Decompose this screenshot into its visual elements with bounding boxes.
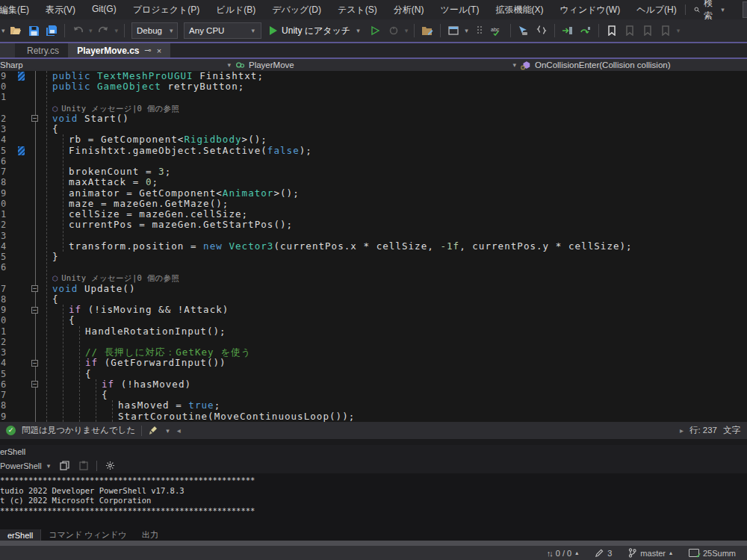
code-editor[interactable]: 9public TextMeshProUGUI Finishtxt;0publi… <box>0 71 747 422</box>
sync-status[interactable]: ↑↓ 0 / 0 ▴ <box>547 549 578 558</box>
code-line[interactable]: 8maxAttack = 0; <box>0 177 747 187</box>
step-into-button[interactable] <box>560 22 576 39</box>
code-line[interactable]: 3{ <box>0 124 747 134</box>
code-line[interactable]: 0public GameObject retryButton; <box>0 81 747 92</box>
shell-selector[interactable]: PowerShell ▾ <box>0 461 52 470</box>
code-line[interactable]: 9StartCoroutine(MoveContinuousLoop()); <box>0 411 747 422</box>
hot-reload-button[interactable] <box>385 22 402 39</box>
panel-tab[interactable]: コマンド ウィンドウ <box>41 529 134 541</box>
code-line[interactable]: 5} <box>0 252 747 262</box>
terminal-output[interactable]: ****************************************… <box>0 473 747 529</box>
document-tab[interactable]: PlayerMove.cs⊸× <box>68 43 170 57</box>
code-line[interactable]: 0{ <box>0 315 747 326</box>
panel-tab[interactable]: erShell <box>0 529 41 541</box>
code-line[interactable]: 1 <box>0 92 747 102</box>
code-line[interactable]: 0maze = mazeGen.GetMaze(); <box>0 199 747 209</box>
fold-toggle[interactable]: – <box>31 381 38 388</box>
menu-item[interactable]: プロジェクト(P) <box>125 0 208 20</box>
code-line[interactable]: 8hasMoved = true; <box>0 400 747 411</box>
menu-item[interactable]: ツール(T) <box>433 0 488 20</box>
pending-edits[interactable]: 3 <box>595 549 612 558</box>
save-button[interactable] <box>25 22 42 39</box>
code-line[interactable]: 4–if (GetForwardInput()) <box>0 358 747 368</box>
code-line[interactable]: 7brokenCount = 3; <box>0 167 747 177</box>
project-dropdown[interactable]: Sharp ▾ <box>0 59 235 71</box>
paste-button[interactable] <box>77 460 90 472</box>
new-item-dropdown[interactable]: ▾ <box>0 27 6 34</box>
prev-bookmark-button[interactable] <box>622 22 638 39</box>
code-line[interactable]: 9animator = GetComponent<Animator>(); <box>0 188 747 199</box>
fold-toggle[interactable]: – <box>31 115 38 122</box>
code-line[interactable]: 4rb = GetComponent<Rigidbody>(); <box>0 134 747 145</box>
whitespace-toggle-button[interactable] <box>471 22 488 39</box>
code-line[interactable]: 2 <box>0 337 747 347</box>
code-line[interactable]: 8{ <box>0 294 747 305</box>
hot-reload-dropdown[interactable]: ▾ <box>403 27 410 34</box>
window-layout-dropdown[interactable]: ▾ <box>463 27 470 34</box>
save-all-button[interactable] <box>43 22 60 39</box>
pin-icon[interactable]: ⊸ <box>145 46 152 55</box>
terminal-settings-button[interactable] <box>103 460 117 472</box>
code-line[interactable]: 5{ <box>0 369 747 379</box>
bookmark-dropdown[interactable]: ▾ <box>675 27 682 34</box>
code-line[interactable]: 3 <box>0 231 747 241</box>
code-line[interactable]: 3// 長押しに対応：GetKey を使う <box>0 347 747 358</box>
fold-toggle[interactable]: – <box>31 285 38 292</box>
code-line[interactable]: 9public TextMeshProUGUI Finishtxt; <box>0 71 747 81</box>
configuration-dropdown[interactable]: Debug▾ <box>131 22 178 39</box>
code-line[interactable]: 1HandleRotationInput(); <box>0 326 747 337</box>
find-in-files-button[interactable] <box>419 22 436 39</box>
undo-button[interactable] <box>69 22 86 39</box>
type-dropdown[interactable]: PlayerMove ▾ <box>235 59 521 71</box>
code-line[interactable]: 6–if (!hasMoved) <box>0 379 747 390</box>
menu-item[interactable]: テスト(S) <box>329 0 385 20</box>
solution-badge[interactable]: 25Summer_Unity <box>743 1 747 18</box>
code-line[interactable]: 5Finishtxt.gameObject.SetActive(false); <box>0 146 747 156</box>
spell-check-button[interactable]: abc <box>489 22 506 39</box>
start-without-debugging-button[interactable] <box>368 22 384 39</box>
menu-item[interactable]: 分析(N) <box>385 0 433 20</box>
platform-dropdown[interactable]: Any CPU▾ <box>184 22 261 39</box>
window-layout-button[interactable] <box>445 22 462 39</box>
navigate-pointer-button[interactable] <box>515 22 532 39</box>
clear-bookmarks-button[interactable] <box>657 22 674 39</box>
code-line[interactable]: ⬡Unity メッセージ|0 個の参照 <box>0 273 747 283</box>
copy-button[interactable] <box>58 460 71 472</box>
panel-tab[interactable]: 出力 <box>134 529 166 541</box>
menu-item[interactable]: ビルド(B) <box>208 0 264 20</box>
code-line[interactable]: 7–void Update() <box>0 284 747 294</box>
next-bookmark-button[interactable] <box>639 22 656 39</box>
hscroll-left-arrow[interactable]: ◂ <box>177 426 181 435</box>
menu-item[interactable]: 拡張機能(X) <box>487 0 551 20</box>
panel-splitter[interactable] <box>0 439 747 445</box>
menu-item[interactable]: 編集(E) <box>0 0 37 20</box>
attach-to-unity-button[interactable]: Unity にアタッチ ▾ <box>265 25 366 37</box>
close-icon[interactable]: × <box>157 46 161 55</box>
redo-button[interactable] <box>96 22 112 39</box>
fold-toggle[interactable]: – <box>31 307 38 314</box>
branch-selector[interactable]: master ▴ <box>628 548 672 558</box>
member-dropdown[interactable]: OnCollisionEnter(Collision collision) <box>521 59 747 71</box>
redo-dropdown[interactable]: ▾ <box>114 27 120 34</box>
code-line[interactable]: 2currentPos = mazeGen.GetStartPos(); <box>0 220 747 230</box>
code-line[interactable]: 4transform.position = new Vector3(curren… <box>0 241 747 252</box>
code-cleanup-icon[interactable] <box>148 426 158 435</box>
repo-selector[interactable]: ✓ 25Summ <box>689 549 747 558</box>
code-line[interactable]: 6 <box>0 156 747 167</box>
menu-item[interactable]: デバッグ(D) <box>264 0 329 20</box>
code-line[interactable]: 2–void Start() <box>0 113 747 124</box>
fold-toggle[interactable]: – <box>31 360 38 367</box>
undo-dropdown[interactable]: ▾ <box>87 27 94 34</box>
code-line[interactable]: 1cellSize = mazeGen.cellSize; <box>0 209 747 220</box>
code-line[interactable]: 9–if (!isMoving && !Attack) <box>0 305 747 315</box>
toggle-bookmark-button[interactable] <box>604 22 620 39</box>
hscroll-right-arrow[interactable]: ▸ <box>680 426 684 435</box>
code-line[interactable]: 6 <box>0 262 747 273</box>
menu-item[interactable]: ヘルプ(H) <box>628 0 685 20</box>
document-tab[interactable]: Retry.cs <box>18 43 68 57</box>
menu-item[interactable]: Git(G) <box>84 0 125 20</box>
step-over-button[interactable] <box>577 22 594 39</box>
menu-item[interactable]: 表示(V) <box>37 0 84 20</box>
panel-resize-splitter[interactable] <box>0 541 747 546</box>
code-cleanup-dropdown[interactable]: ▾ <box>164 427 171 435</box>
